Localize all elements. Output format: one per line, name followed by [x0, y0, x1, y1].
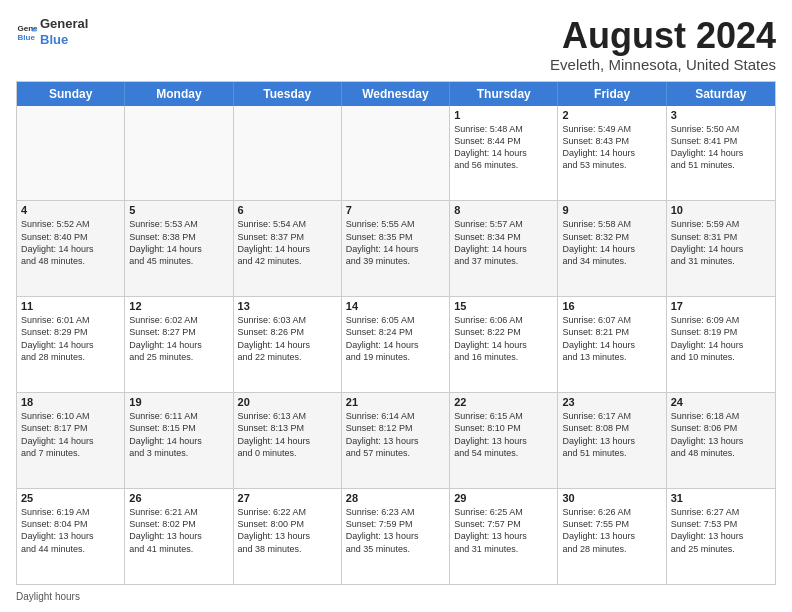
- cell-info: Sunrise: 6:15 AM Sunset: 8:10 PM Dayligh…: [454, 410, 553, 459]
- cell-info: Sunrise: 5:52 AM Sunset: 8:40 PM Dayligh…: [21, 218, 120, 267]
- cal-cell-18: 18Sunrise: 6:10 AM Sunset: 8:17 PM Dayli…: [17, 393, 125, 488]
- header-day-tuesday: Tuesday: [234, 82, 342, 106]
- day-number: 13: [238, 300, 337, 312]
- cal-cell-20: 20Sunrise: 6:13 AM Sunset: 8:13 PM Dayli…: [234, 393, 342, 488]
- cal-cell-10: 10Sunrise: 5:59 AM Sunset: 8:31 PM Dayli…: [667, 201, 775, 296]
- cal-cell-19: 19Sunrise: 6:11 AM Sunset: 8:15 PM Dayli…: [125, 393, 233, 488]
- header-day-thursday: Thursday: [450, 82, 558, 106]
- cal-cell-8: 8Sunrise: 5:57 AM Sunset: 8:34 PM Daylig…: [450, 201, 558, 296]
- cell-info: Sunrise: 6:05 AM Sunset: 8:24 PM Dayligh…: [346, 314, 445, 363]
- cell-info: Sunrise: 5:54 AM Sunset: 8:37 PM Dayligh…: [238, 218, 337, 267]
- cal-cell-17: 17Sunrise: 6:09 AM Sunset: 8:19 PM Dayli…: [667, 297, 775, 392]
- subtitle: Eveleth, Minnesota, United States: [550, 56, 776, 73]
- day-number: 26: [129, 492, 228, 504]
- cal-cell-27: 27Sunrise: 6:22 AM Sunset: 8:00 PM Dayli…: [234, 489, 342, 584]
- day-number: 20: [238, 396, 337, 408]
- cell-info: Sunrise: 6:22 AM Sunset: 8:00 PM Dayligh…: [238, 506, 337, 555]
- cell-info: Sunrise: 6:19 AM Sunset: 8:04 PM Dayligh…: [21, 506, 120, 555]
- cal-cell-25: 25Sunrise: 6:19 AM Sunset: 8:04 PM Dayli…: [17, 489, 125, 584]
- cal-cell-15: 15Sunrise: 6:06 AM Sunset: 8:22 PM Dayli…: [450, 297, 558, 392]
- day-number: 28: [346, 492, 445, 504]
- calendar-row-4: 25Sunrise: 6:19 AM Sunset: 8:04 PM Dayli…: [17, 488, 775, 584]
- cal-cell-16: 16Sunrise: 6:07 AM Sunset: 8:21 PM Dayli…: [558, 297, 666, 392]
- cell-info: Sunrise: 6:27 AM Sunset: 7:53 PM Dayligh…: [671, 506, 771, 555]
- title-block: August 2024 Eveleth, Minnesota, United S…: [550, 16, 776, 73]
- day-number: 21: [346, 396, 445, 408]
- header-day-wednesday: Wednesday: [342, 82, 450, 106]
- day-number: 4: [21, 204, 120, 216]
- cal-cell-31: 31Sunrise: 6:27 AM Sunset: 7:53 PM Dayli…: [667, 489, 775, 584]
- day-number: 3: [671, 109, 771, 121]
- day-number: 12: [129, 300, 228, 312]
- cell-info: Sunrise: 5:55 AM Sunset: 8:35 PM Dayligh…: [346, 218, 445, 267]
- cal-cell-6: 6Sunrise: 5:54 AM Sunset: 8:37 PM Daylig…: [234, 201, 342, 296]
- cal-cell-28: 28Sunrise: 6:23 AM Sunset: 7:59 PM Dayli…: [342, 489, 450, 584]
- cal-cell-9: 9Sunrise: 5:58 AM Sunset: 8:32 PM Daylig…: [558, 201, 666, 296]
- day-number: 6: [238, 204, 337, 216]
- cal-cell-24: 24Sunrise: 6:18 AM Sunset: 8:06 PM Dayli…: [667, 393, 775, 488]
- day-number: 1: [454, 109, 553, 121]
- calendar-header: SundayMondayTuesdayWednesdayThursdayFrid…: [17, 82, 775, 106]
- footer: Daylight hours: [16, 591, 776, 602]
- cal-cell-21: 21Sunrise: 6:14 AM Sunset: 8:12 PM Dayli…: [342, 393, 450, 488]
- day-number: 24: [671, 396, 771, 408]
- logo-general: General: [40, 16, 88, 32]
- cell-info: Sunrise: 6:26 AM Sunset: 7:55 PM Dayligh…: [562, 506, 661, 555]
- cell-info: Sunrise: 5:58 AM Sunset: 8:32 PM Dayligh…: [562, 218, 661, 267]
- day-number: 25: [21, 492, 120, 504]
- cell-info: Sunrise: 6:09 AM Sunset: 8:19 PM Dayligh…: [671, 314, 771, 363]
- cal-cell-23: 23Sunrise: 6:17 AM Sunset: 8:08 PM Dayli…: [558, 393, 666, 488]
- cell-info: Sunrise: 6:07 AM Sunset: 8:21 PM Dayligh…: [562, 314, 661, 363]
- logo: General Blue General Blue: [16, 16, 88, 47]
- cell-info: Sunrise: 6:21 AM Sunset: 8:02 PM Dayligh…: [129, 506, 228, 555]
- cell-info: Sunrise: 5:48 AM Sunset: 8:44 PM Dayligh…: [454, 123, 553, 172]
- cal-cell-30: 30Sunrise: 6:26 AM Sunset: 7:55 PM Dayli…: [558, 489, 666, 584]
- cell-info: Sunrise: 5:59 AM Sunset: 8:31 PM Dayligh…: [671, 218, 771, 267]
- day-number: 9: [562, 204, 661, 216]
- cell-info: Sunrise: 5:49 AM Sunset: 8:43 PM Dayligh…: [562, 123, 661, 172]
- cal-cell-empty-0-1: [125, 106, 233, 201]
- header-day-monday: Monday: [125, 82, 233, 106]
- cell-info: Sunrise: 6:06 AM Sunset: 8:22 PM Dayligh…: [454, 314, 553, 363]
- calendar-row-3: 18Sunrise: 6:10 AM Sunset: 8:17 PM Dayli…: [17, 392, 775, 488]
- day-number: 22: [454, 396, 553, 408]
- cal-cell-14: 14Sunrise: 6:05 AM Sunset: 8:24 PM Dayli…: [342, 297, 450, 392]
- cell-info: Sunrise: 6:11 AM Sunset: 8:15 PM Dayligh…: [129, 410, 228, 459]
- header-day-friday: Friday: [558, 82, 666, 106]
- cal-cell-empty-0-0: [17, 106, 125, 201]
- day-number: 7: [346, 204, 445, 216]
- calendar: SundayMondayTuesdayWednesdayThursdayFrid…: [16, 81, 776, 585]
- cell-info: Sunrise: 6:23 AM Sunset: 7:59 PM Dayligh…: [346, 506, 445, 555]
- cell-info: Sunrise: 5:57 AM Sunset: 8:34 PM Dayligh…: [454, 218, 553, 267]
- cal-cell-12: 12Sunrise: 6:02 AM Sunset: 8:27 PM Dayli…: [125, 297, 233, 392]
- day-number: 11: [21, 300, 120, 312]
- cal-cell-empty-0-3: [342, 106, 450, 201]
- header-day-saturday: Saturday: [667, 82, 775, 106]
- cell-info: Sunrise: 6:03 AM Sunset: 8:26 PM Dayligh…: [238, 314, 337, 363]
- cell-info: Sunrise: 6:13 AM Sunset: 8:13 PM Dayligh…: [238, 410, 337, 459]
- main-title: August 2024: [550, 16, 776, 56]
- cal-cell-empty-0-2: [234, 106, 342, 201]
- cal-cell-4: 4Sunrise: 5:52 AM Sunset: 8:40 PM Daylig…: [17, 201, 125, 296]
- day-number: 31: [671, 492, 771, 504]
- day-number: 27: [238, 492, 337, 504]
- day-number: 5: [129, 204, 228, 216]
- cal-cell-3: 3Sunrise: 5:50 AM Sunset: 8:41 PM Daylig…: [667, 106, 775, 201]
- logo-icon: General Blue: [16, 21, 38, 43]
- header: General Blue General Blue August 2024 Ev…: [16, 16, 776, 73]
- page: General Blue General Blue August 2024 Ev…: [0, 0, 792, 612]
- cal-cell-11: 11Sunrise: 6:01 AM Sunset: 8:29 PM Dayli…: [17, 297, 125, 392]
- day-number: 23: [562, 396, 661, 408]
- cal-cell-26: 26Sunrise: 6:21 AM Sunset: 8:02 PM Dayli…: [125, 489, 233, 584]
- cell-info: Sunrise: 6:14 AM Sunset: 8:12 PM Dayligh…: [346, 410, 445, 459]
- day-number: 2: [562, 109, 661, 121]
- cal-cell-7: 7Sunrise: 5:55 AM Sunset: 8:35 PM Daylig…: [342, 201, 450, 296]
- cal-cell-2: 2Sunrise: 5:49 AM Sunset: 8:43 PM Daylig…: [558, 106, 666, 201]
- header-day-sunday: Sunday: [17, 82, 125, 106]
- cell-info: Sunrise: 6:25 AM Sunset: 7:57 PM Dayligh…: [454, 506, 553, 555]
- cell-info: Sunrise: 6:02 AM Sunset: 8:27 PM Dayligh…: [129, 314, 228, 363]
- day-number: 14: [346, 300, 445, 312]
- calendar-row-1: 4Sunrise: 5:52 AM Sunset: 8:40 PM Daylig…: [17, 200, 775, 296]
- day-number: 29: [454, 492, 553, 504]
- svg-text:Blue: Blue: [17, 33, 35, 42]
